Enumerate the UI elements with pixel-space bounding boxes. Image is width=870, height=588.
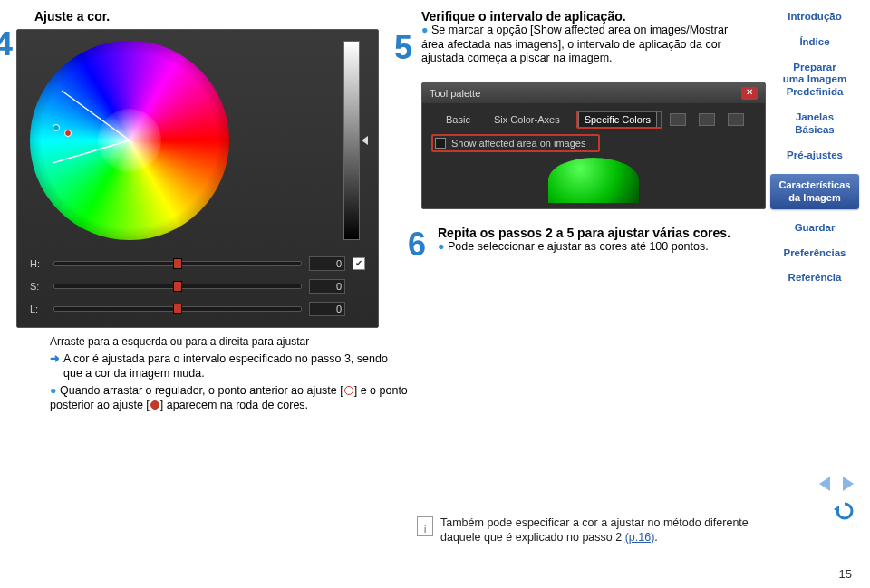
sidebar-index[interactable]: Índice (770, 36, 859, 49)
tab-six-color-axes: Six Color-Axes (488, 111, 566, 128)
wheel-point-after-icon (64, 130, 72, 137)
mini-icon-1 (670, 113, 686, 126)
gradient-thumb-icon (362, 136, 368, 145)
step-6-body: Pode seleccionar e ajustar as cores até … (438, 240, 770, 253)
highlight-box-checkbox (431, 134, 600, 152)
after-point-icon (150, 400, 160, 410)
svg-line-1 (53, 140, 130, 163)
color-wheel (30, 41, 229, 240)
step-6-block: 6 Repita os passos 2 a 5 para ajustar vá… (421, 226, 770, 253)
result-arrow-line: ➜ A cor é ajustada para o intervalo espe… (50, 352, 403, 381)
s-label: S: (30, 281, 46, 292)
step-4-number: 4 (0, 25, 13, 63)
before-point-icon (344, 386, 353, 395)
tool-palette-screenshot: Tool palette ✕ Basic Six Color-Axes Spec… (421, 82, 766, 209)
color-adjust-panel-screenshot: H: 0 S: 0 L: 0 (16, 29, 379, 328)
regulator-bullet: Quando arrastar o regulador, o ponto ant… (50, 383, 412, 413)
s-value[interactable]: 0 (309, 279, 345, 294)
tab-basic: Basic (440, 111, 476, 128)
sidebar-preparar[interactable]: Preparar uma Imagem Predefinida (770, 62, 859, 99)
prev-page-button[interactable] (816, 476, 834, 492)
page-nav-arrows (816, 476, 857, 492)
step-6-number: 6 (408, 226, 426, 264)
page-number: 15 (839, 567, 852, 581)
close-icon: ✕ (741, 87, 758, 100)
step-4-title: Ajuste a cor. (34, 9, 408, 24)
wheel-selection-overlay (30, 41, 229, 240)
tip-page-link[interactable]: (p.16) (625, 531, 655, 544)
footer-tip: i Também pode especificar a cor a ajusta… (417, 516, 770, 545)
l-slider-row: L: 0 (30, 297, 365, 320)
arrow-icon: ➜ (50, 352, 60, 381)
lightness-gradient-bar (343, 41, 360, 240)
h-slider-row: H: 0 (30, 252, 365, 275)
step-4-column: 4 Ajuste a cor. (0, 9, 408, 328)
h-value[interactable]: 0 (309, 256, 345, 271)
h-checkbox[interactable] (353, 257, 365, 270)
mini-icon-3 (728, 113, 744, 126)
h-label: H: (30, 258, 46, 269)
l-slider[interactable] (53, 306, 302, 312)
back-button[interactable] (832, 500, 854, 520)
step-5-column: 5 Verifique o intervalo de aplicação. Se… (408, 9, 770, 328)
step-5-body: Se marcar a opção [Show affected area on… (421, 24, 748, 66)
sidebar-preferencias[interactable]: Preferências (770, 247, 859, 260)
next-page-button[interactable] (839, 476, 857, 492)
sidebar-caracteristicas-active[interactable]: Características da Imagem (770, 174, 859, 208)
sidebar-preajustes[interactable]: Pré-ajustes (770, 149, 859, 162)
sidebar-referencia[interactable]: Referência (770, 272, 859, 284)
step-6-title: Repita os passos 2 a 5 para ajustar vári… (438, 226, 770, 240)
result-text: A cor é ajustada para o intervalo especi… (63, 352, 403, 381)
l-value[interactable]: 0 (309, 302, 345, 316)
tool-palette-title: Tool palette (430, 88, 480, 99)
wheel-point-before-icon (53, 124, 60, 131)
chapter-sidebar: Introdução Índice Preparar uma Imagem Pr… (770, 11, 859, 284)
s-slider[interactable] (53, 284, 302, 289)
tip-text: Também pode especificar a cor a ajustar … (440, 516, 749, 544)
svg-line-0 (62, 91, 130, 140)
mini-icon-2 (699, 113, 715, 126)
s-slider-row: S: 0 (30, 275, 365, 297)
sample-green-sphere (548, 158, 639, 203)
highlight-box-tab (576, 111, 662, 129)
l-label: L: (30, 304, 46, 314)
sidebar-guardar[interactable]: Guardar (770, 222, 859, 235)
h-slider[interactable] (53, 261, 302, 266)
tip-icon: i (417, 516, 433, 536)
step-5-title: Verifique o intervalo de aplicação. (421, 9, 770, 24)
sidebar-intro[interactable]: Introdução (770, 11, 859, 24)
sidebar-janelas[interactable]: Janelas Básicas (770, 111, 859, 137)
step-5-number: 5 (394, 29, 412, 67)
drag-caption: Arraste para a esquerda ou para a direit… (50, 335, 394, 348)
